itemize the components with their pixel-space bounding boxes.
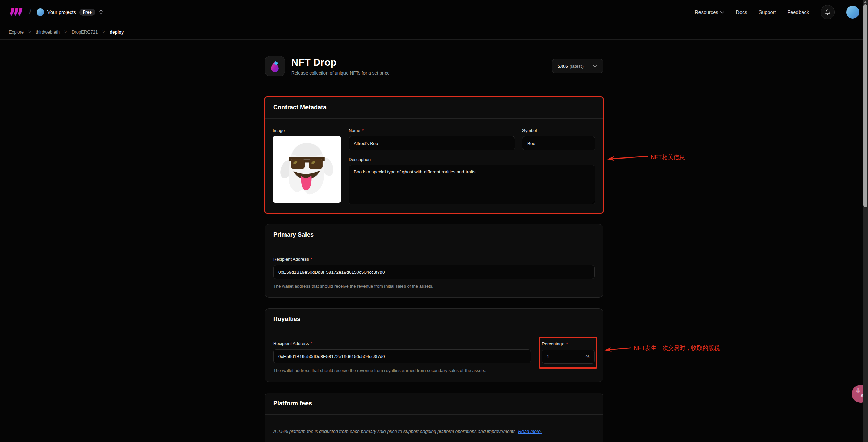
- royalty-percentage-input[interactable]: [542, 350, 580, 363]
- project-avatar: [37, 8, 44, 16]
- chevron-down-icon: [720, 11, 724, 14]
- chevron-up-down-icon: [99, 9, 103, 15]
- bell-icon: [825, 9, 831, 15]
- breadcrumb-current-deploy: deploy: [110, 29, 124, 35]
- platform-fee-notice: A 2.5% platform fee is deducted from eac…: [265, 415, 603, 442]
- version-number: 5.0.6: [558, 64, 568, 69]
- breadcrumb-separator: >: [64, 29, 67, 34]
- scrollbar-thumb[interactable]: [863, 4, 867, 207]
- percent-unit-addon: %: [580, 350, 594, 363]
- page-subtitle: Release collection of unique NFTs for a …: [291, 70, 552, 76]
- royalties-recipient-input[interactable]: [273, 349, 531, 363]
- section-title: Platform fees: [273, 400, 312, 407]
- project-switcher-label: Your projects: [47, 9, 76, 15]
- description-textarea[interactable]: Boo is a special type of ghost with diff…: [349, 165, 595, 204]
- primary-sales-recipient-input[interactable]: [273, 265, 595, 279]
- nav-link-resources-label: Resources: [695, 9, 718, 15]
- annotation-royalty-note: NFT发生二次交易时，收取的版税: [604, 345, 720, 353]
- breadcrumb-contract[interactable]: DropERC721: [72, 29, 98, 35]
- annotation-metadata-note: NFT相关信息: [607, 154, 685, 162]
- thirdweb-logo-icon[interactable]: [9, 7, 24, 17]
- nav-link-resources[interactable]: Resources: [695, 9, 724, 15]
- nft-drop-icon: [269, 60, 281, 72]
- required-asterisk: *: [311, 341, 312, 346]
- percentage-label: Percentage*: [542, 341, 595, 346]
- recipient-helper-text: The wallet address that should receive t…: [273, 283, 595, 289]
- breadcrumb-publisher[interactable]: thirdweb.eth: [36, 29, 60, 35]
- page-scrollbar[interactable]: [863, 0, 868, 442]
- translate-zh-glyph: 中: [856, 388, 861, 394]
- required-asterisk: *: [311, 257, 312, 262]
- nft-drop-logo-box: [265, 56, 285, 76]
- primary-sales-card: Primary Sales Recipient Address* The wal…: [265, 224, 603, 298]
- chevron-down-icon: [593, 65, 597, 68]
- read-more-link[interactable]: Read more.: [518, 429, 542, 434]
- notifications-button[interactable]: [821, 5, 835, 19]
- image-label: Image: [273, 128, 341, 133]
- name-label: Name*: [349, 128, 515, 133]
- primary-sales-header: Primary Sales: [265, 224, 603, 246]
- platform-fees-header: Platform fees: [265, 393, 603, 415]
- section-title: Royalties: [273, 316, 300, 322]
- ghost-image: [276, 140, 338, 199]
- royalties-helper-text: The wallet address that should receive t…: [273, 368, 531, 373]
- nav-link-feedback[interactable]: Feedback: [787, 9, 809, 15]
- platform-fees-card: Platform fees A 2.5% platform fee is ded…: [265, 393, 603, 442]
- top-navbar: / Your projects Free Resources Docs Supp…: [0, 0, 868, 24]
- breadcrumb-explore[interactable]: Explore: [9, 29, 24, 35]
- symbol-label: Symbol: [522, 128, 595, 133]
- user-avatar[interactable]: [846, 6, 859, 19]
- royalties-card: Royalties Recipient Address* The wallet …: [265, 308, 603, 382]
- section-title: Primary Sales: [273, 231, 314, 238]
- contract-metadata-card: Contract Metadata Image: [265, 97, 603, 213]
- image-upload-preview[interactable]: [273, 136, 341, 203]
- main-content: NFT Drop Release collection of unique NF…: [265, 40, 603, 442]
- royalties-header: Royalties: [265, 309, 603, 330]
- breadcrumb-separator: >: [28, 29, 31, 34]
- contract-metadata-header: Contract Metadata: [265, 97, 603, 119]
- navbar-slash-divider: /: [29, 8, 31, 16]
- symbol-input[interactable]: [522, 136, 595, 150]
- red-arrow-left-icon: [604, 346, 631, 353]
- version-latest-suffix: (latest): [570, 64, 584, 69]
- deploy-page: / Your projects Free Resources Docs Supp…: [0, 0, 868, 442]
- red-arrow-left-icon: [607, 155, 648, 162]
- scrollbar-up-arrow-icon[interactable]: [864, 1, 867, 3]
- breadcrumb: Explore > thirdweb.eth > DropERC721 > de…: [0, 24, 868, 40]
- project-switcher[interactable]: Your projects Free: [37, 8, 103, 16]
- breadcrumb-separator: >: [102, 29, 105, 34]
- name-input[interactable]: [349, 136, 515, 150]
- plan-badge: Free: [79, 9, 95, 16]
- version-select[interactable]: 5.0.6(latest): [552, 59, 603, 73]
- required-asterisk: *: [362, 128, 364, 133]
- nav-link-support[interactable]: Support: [759, 9, 776, 15]
- contract-page-header: NFT Drop Release collection of unique NF…: [265, 56, 603, 76]
- nav-link-docs[interactable]: Docs: [736, 9, 747, 15]
- recipient-address-label: Recipient Address*: [273, 341, 531, 346]
- required-asterisk: *: [566, 341, 568, 346]
- page-title: NFT Drop: [291, 57, 552, 68]
- section-title: Contract Metadata: [273, 104, 327, 111]
- recipient-address-label: Recipient Address*: [273, 257, 595, 262]
- description-label: Description: [349, 157, 595, 162]
